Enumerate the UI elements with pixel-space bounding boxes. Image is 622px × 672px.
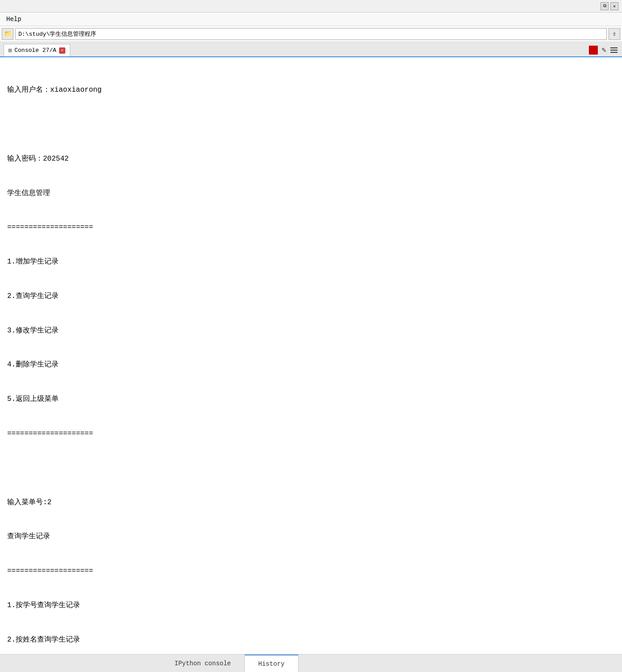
console-line-8: 4.删除学生记录 xyxy=(7,359,615,371)
console-line-7: 3.修改学生记录 xyxy=(7,325,615,337)
pencil-button[interactable]: ✎ xyxy=(600,46,609,55)
console-line-13: 查询学生记录 xyxy=(7,531,615,543)
console-area[interactable]: 输入用户名：xiaoxiaorong 输入密码：202542 学生信息管理 ==… xyxy=(0,57,622,654)
console-line-12: 输入菜单号:2 xyxy=(7,497,615,509)
folder-icon: 📁 xyxy=(4,30,12,38)
menu-line-2 xyxy=(610,50,618,51)
restore-icon: ⧉ xyxy=(603,4,606,9)
console-line-4: ==================== xyxy=(7,222,615,234)
path-input[interactable] xyxy=(15,28,607,40)
ipython-console-tab[interactable]: IPython console xyxy=(161,655,245,672)
console-line-1 xyxy=(7,119,615,131)
stop-button[interactable] xyxy=(589,46,598,55)
path-bar: 📁 ⇧ xyxy=(0,26,622,42)
close-icon: ✕ xyxy=(613,4,616,9)
menu-bar: Help xyxy=(0,13,622,26)
tab-icon: ▤ xyxy=(9,47,12,54)
console-line-9: 5.返回上级菜单 xyxy=(7,394,615,405)
tab-close-icon: ✕ xyxy=(61,48,63,53)
console-line-2: 输入密码：202542 xyxy=(7,153,615,165)
restore-button[interactable]: ⧉ xyxy=(601,2,609,10)
console-line-11 xyxy=(7,463,615,474)
title-controls: ⧉ ✕ xyxy=(601,2,618,10)
pencil-icon: ✎ xyxy=(601,47,607,54)
console-line-14: ==================== xyxy=(7,566,615,577)
folder-button[interactable]: 📁 xyxy=(2,28,13,40)
bottom-tab-bar: IPython console History xyxy=(0,654,622,672)
history-tab[interactable]: History xyxy=(245,655,298,672)
ipython-console-label: IPython console xyxy=(175,660,231,667)
help-menu[interactable]: Help xyxy=(4,15,24,24)
console-line-5: 1.增加学生记录 xyxy=(7,256,615,268)
tab-close-button[interactable]: ✕ xyxy=(59,47,65,54)
console-line-15: 1.按学号查询学生记录 xyxy=(7,600,615,612)
menu-line-1 xyxy=(610,47,618,48)
upload-button[interactable]: ⇧ xyxy=(609,28,620,40)
console-line-6: 2.查询学生记录 xyxy=(7,291,615,302)
history-label: History xyxy=(258,660,285,668)
console-line-10: ==================== xyxy=(7,428,615,440)
console-content: 输入用户名：xiaoxiaorong 输入密码：202542 学生信息管理 ==… xyxy=(7,62,615,654)
upload-icon: ⇧ xyxy=(613,30,616,38)
close-button[interactable]: ✕ xyxy=(610,2,618,10)
toolbar-right: ✎ xyxy=(589,46,619,55)
tab-bar: ▤ Console 27/A ✕ ✎ xyxy=(0,42,622,57)
console-tab[interactable]: ▤ Console 27/A ✕ xyxy=(4,44,70,56)
tab-label: Console 27/A xyxy=(14,47,56,54)
main-body: 输入用户名：xiaoxiaorong 输入密码：202542 学生信息管理 ==… xyxy=(0,57,622,672)
menu-button[interactable] xyxy=(610,46,619,55)
main-window: ⧉ ✕ Help 📁 ⇧ ▤ Console 27/A ✕ xyxy=(0,0,622,672)
console-line-3: 学生信息管理 xyxy=(7,188,615,200)
menu-line-3 xyxy=(610,52,618,53)
console-line-0: 输入用户名：xiaoxiaorong xyxy=(7,85,615,96)
console-line-16: 2.按姓名查询学生记录 xyxy=(7,634,615,646)
title-bar: ⧉ ✕ xyxy=(0,0,622,13)
